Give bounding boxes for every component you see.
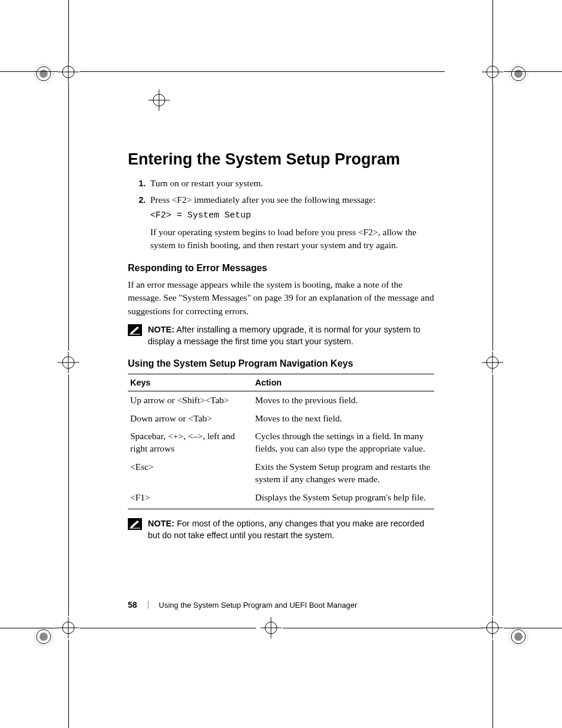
step-text: If your operating system begins to load … (150, 226, 434, 252)
cell-keys: <F1> (128, 489, 253, 509)
section-heading: Using the System Setup Program Navigatio… (128, 358, 434, 369)
crop-line (80, 71, 445, 72)
note-label: NOTE: (148, 325, 174, 334)
cell-keys: <Esc> (128, 458, 253, 489)
crosshair-icon (147, 88, 171, 112)
note-icon (128, 518, 142, 532)
navigation-keys-table: Keys Action Up arrow or <Shift><Tab> Mov… (128, 374, 434, 509)
body-paragraph: If an error message appears while the sy… (128, 278, 434, 318)
code-line: <F2> = System Setup (150, 209, 434, 222)
registration-mark-icon (32, 62, 55, 85)
cell-keys: Up arrow or <Shift><Tab> (128, 391, 253, 409)
step-2: Press <F2> immediately after you see the… (148, 193, 434, 252)
step-text: Turn on or restart your system. (150, 178, 263, 188)
crop-line (68, 83, 69, 351)
note-block: NOTE: For most of the options, any chang… (128, 518, 434, 542)
table-row: <F1> Displays the System Setup program's… (128, 489, 434, 509)
table-row: Up arrow or <Shift><Tab> Moves to the pr… (128, 391, 434, 409)
crosshair-icon (481, 351, 504, 374)
step-text: Press <F2> immediately after you see the… (150, 195, 376, 205)
crosshair-icon (259, 616, 283, 640)
note-block: NOTE: After installing a memory upgrade,… (128, 324, 434, 348)
cell-action: Moves to the previous field. (253, 391, 434, 409)
crop-line (68, 374, 69, 616)
crop-line (0, 71, 58, 72)
note-body: For most of the options, any changes tha… (148, 519, 424, 540)
table-row: <Esc> Exits the System Setup program and… (128, 458, 434, 489)
crop-line (492, 374, 493, 616)
crosshair-icon (481, 616, 504, 640)
cell-action: Cycles through the settings in a field. … (253, 427, 434, 458)
table-header-keys: Keys (128, 374, 253, 391)
page-footer: 58 Using the System Setup Program and UE… (128, 600, 357, 610)
cell-action: Moves to the next field. (253, 410, 434, 428)
crop-line (492, 83, 493, 351)
note-text: NOTE: After installing a memory upgrade,… (148, 324, 434, 348)
crop-line (492, 640, 493, 728)
note-icon (128, 324, 142, 338)
cell-action: Exits the System Setup program and resta… (253, 458, 434, 489)
table-row: Spacebar, <+>, <–>, left and right arrow… (128, 427, 434, 458)
crosshair-icon (57, 351, 80, 374)
crop-line (492, 0, 493, 62)
step-1: Turn on or restart your system. (148, 177, 434, 190)
cell-keys: Down arrow or <Tab> (128, 410, 253, 428)
crop-line (504, 628, 562, 628)
crop-line (283, 628, 483, 628)
section-heading: Responding to Error Messages (128, 263, 434, 274)
registration-mark-icon (507, 625, 530, 648)
footer-title: Using the System Setup Program and UEFI … (159, 601, 358, 610)
steps-list: Turn on or restart your system. Press <F… (128, 177, 434, 252)
note-text: NOTE: For most of the options, any chang… (148, 518, 434, 542)
page-heading: Entering the System Setup Program (128, 150, 434, 169)
registration-mark-icon (507, 62, 530, 85)
registration-mark-icon (32, 625, 55, 648)
crop-line (68, 640, 69, 728)
note-body: After installing a memory upgrade, it is… (148, 325, 421, 346)
page-number: 58 (128, 600, 137, 610)
svg-point-32 (514, 633, 523, 641)
note-label: NOTE: (148, 519, 174, 528)
crosshair-icon (57, 60, 80, 84)
cell-action: Displays the System Setup program's help… (253, 489, 434, 509)
svg-point-20 (39, 633, 48, 641)
crop-line (68, 0, 69, 62)
table-header-action: Action (253, 374, 434, 391)
crop-line (80, 628, 256, 628)
cell-keys: Spacebar, <+>, <–>, left and right arrow… (128, 427, 253, 458)
crop-line (504, 71, 562, 72)
page-content: Entering the System Setup Program Turn o… (128, 150, 434, 545)
crop-line (0, 628, 58, 628)
footer-separator (148, 601, 148, 609)
crosshair-icon (57, 616, 80, 640)
table-row: Down arrow or <Tab> Moves to the next fi… (128, 410, 434, 428)
crosshair-icon (481, 60, 504, 84)
